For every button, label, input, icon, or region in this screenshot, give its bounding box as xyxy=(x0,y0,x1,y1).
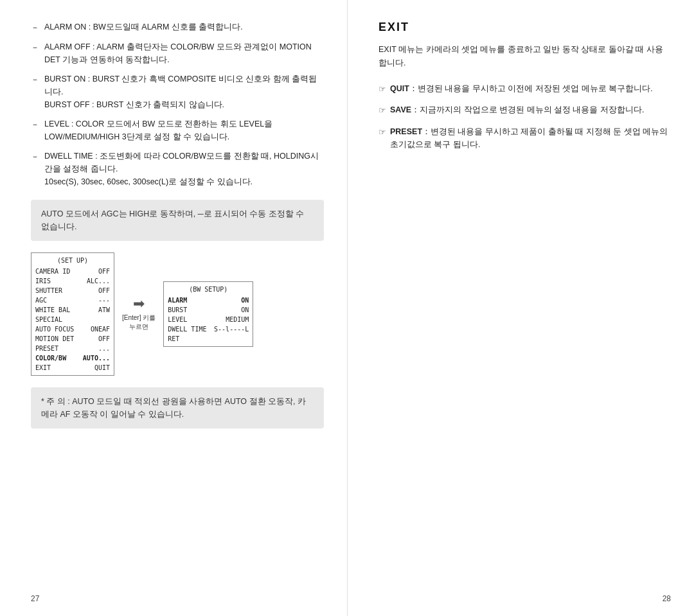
exit-list-item-save: ☞ SAVE：지금까지의 작업으로 변경된 메뉴의 설정 내용을 저장합니다. xyxy=(378,103,671,118)
exit-list-item-quit: ☞ QUIT：변경된 내용을 무시하고 이전에 저장된 셋업 메뉴로 복구합니다… xyxy=(378,82,671,96)
arrow-icon: ➡ xyxy=(133,297,145,311)
bw-row: RET xyxy=(168,334,249,344)
bullet-dash: － xyxy=(31,118,39,131)
menu-row: AGC--- xyxy=(35,295,110,305)
right-page: EXIT EXIT 메뉴는 카메라의 셋업 메뉴를 종료하고 일반 동작 상태로… xyxy=(347,0,694,616)
bw-row: LEVELMEDIUM xyxy=(168,315,249,324)
list-item: － LEVEL : COLOR 모드에서 BW 모드로 전환하는 휘도 LEVE… xyxy=(31,118,324,143)
list-item: － DWELL TIME : 조도변화에 따라 COLOR/BW모드를 전환할 … xyxy=(31,150,324,188)
exit-list-item-preset: ☞ PRESET：변경된 내용을 무시하고 제품이 출하될 때 지정해 둔 셋업… xyxy=(378,125,671,151)
bullet-dash: － xyxy=(31,41,39,54)
page-number-left: 27 xyxy=(31,594,39,603)
bullet-dash: － xyxy=(31,73,39,86)
warning-box: * 주 의 : AUTO 모드일 때 적외선 광원을 사용하면 AUTO 절환 … xyxy=(31,387,324,428)
bw-row: BURSTON xyxy=(168,305,249,315)
finger-icon: ☞ xyxy=(378,104,386,118)
exit-item-text: QUIT：변경된 내용을 무시하고 이전에 저장된 셋업 메뉴로 복구합니다. xyxy=(390,82,671,95)
bw-row-highlighted: ALARMON xyxy=(168,295,249,305)
page-container: － ALARM ON : BW모드일때 ALARM 신호를 출력합니다. － A… xyxy=(0,0,694,616)
list-item: － ALARM OFF : ALARM 출력단자는 COLOR/BW 모드와 관… xyxy=(31,40,324,66)
left-page: － ALARM ON : BW모드일때 ALARM 신호를 출력합니다. － A… xyxy=(0,0,347,616)
exit-list: ☞ QUIT：변경된 내용을 무시하고 이전에 저장된 셋업 메뉴로 복구합니다… xyxy=(378,82,671,152)
bw-menu-box: (BW SETUP) ALARMON BURSTON LEVELMEDIUM D… xyxy=(163,281,253,347)
list-item: － ALARM ON : BW모드일때 ALARM 신호를 출력합니다. xyxy=(31,21,324,34)
menu-row: SHUTTEROFF xyxy=(35,286,110,295)
bw-menu-title: (BW SETUP) xyxy=(168,285,249,294)
finger-icon: ☞ xyxy=(378,83,386,96)
section-intro: EXIT 메뉴는 카메라의 셋업 메뉴를 종료하고 일반 동작 상태로 돌아갈 … xyxy=(378,43,671,71)
menu-row: AUTO FOCUSONEAF xyxy=(35,324,110,334)
exit-item-text: PRESET：변경된 내용을 무시하고 제품이 출하될 때 지정해 둔 셋업 메… xyxy=(390,125,671,151)
page-number-right: 28 xyxy=(663,594,671,603)
section-title: EXIT xyxy=(378,21,671,34)
arrow-area: ➡ [Enter] 키를누르면 xyxy=(114,297,163,331)
setup-menu-title: (SET UP) xyxy=(35,256,110,265)
list-item: － BURST ON : BURST 신호가 흑백 COMPOSITE 비디오 … xyxy=(31,73,324,111)
warning-text: * 주 의 : AUTO 모드일 때 적외선 광원을 사용하면 AUTO 절환 … xyxy=(41,397,306,419)
bullet-dash: － xyxy=(31,150,39,163)
bullet-dash: － xyxy=(31,21,39,34)
bw-row: DWELL TIMES--l----L xyxy=(168,324,249,334)
bullet-text: ALARM ON : BW모드일때 ALARM 신호를 출력합니다. xyxy=(44,21,324,33)
bullet-text: LEVEL : COLOR 모드에서 BW 모드로 전환하는 휘도 LEVEL을… xyxy=(44,118,324,143)
bullet-text: DWELL TIME : 조도변화에 따라 COLOR/BW모드를 전환할 때,… xyxy=(44,150,324,188)
menu-row-highlighted: COLOR/BWAUTO... xyxy=(35,353,110,363)
bullet-list: － ALARM ON : BW모드일때 ALARM 신호를 출력합니다. － A… xyxy=(31,21,324,188)
finger-icon: ☞ xyxy=(378,126,386,139)
menu-row: SPECIAL xyxy=(35,315,110,324)
menu-row: CAMERA IDOFF xyxy=(35,267,110,276)
menu-row: IRISALC... xyxy=(35,276,110,286)
menu-row: PRESET... xyxy=(35,344,110,353)
bullet-text: ALARM OFF : ALARM 출력단자는 COLOR/BW 모드와 관계없… xyxy=(44,40,324,66)
arrow-label: [Enter] 키를누르면 xyxy=(122,313,156,331)
menu-row: EXITQUIT xyxy=(35,363,110,373)
setup-menu-box: (SET UP) CAMERA IDOFF IRISALC... SHUTTER… xyxy=(31,252,114,376)
menu-row: WHITE BALATW xyxy=(35,305,110,315)
diagram-container: (SET UP) CAMERA IDOFF IRISALC... SHUTTER… xyxy=(31,252,324,376)
bullet-text: BURST ON : BURST 신호가 흑백 COMPOSITE 비디오 신호… xyxy=(44,73,324,111)
note-text: AUTO 모드에서 AGC는 HIGH로 동작하며, ─로 표시되어 수동 조정… xyxy=(41,209,304,231)
menu-row: MOTION DETOFF xyxy=(35,334,110,344)
note-box: AUTO 모드에서 AGC는 HIGH로 동작하며, ─로 표시되어 수동 조정… xyxy=(31,200,324,241)
exit-item-text: SAVE：지금까지의 작업으로 변경된 메뉴의 설정 내용을 저장합니다. xyxy=(390,103,671,116)
